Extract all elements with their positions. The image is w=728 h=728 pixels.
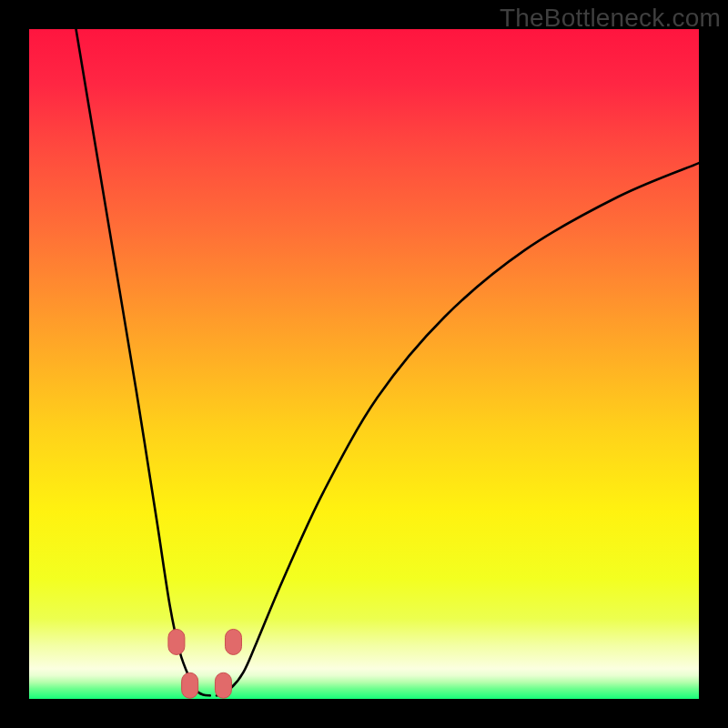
- marker-2: [225, 629, 241, 654]
- gradient-background: [29, 29, 699, 699]
- marker-1: [168, 629, 185, 654]
- marker-3: [182, 672, 198, 698]
- plot-area: [29, 29, 699, 699]
- chart-svg: [29, 29, 699, 699]
- chart-frame: TheBottleneck.com: [0, 0, 728, 728]
- marker-4: [215, 672, 231, 698]
